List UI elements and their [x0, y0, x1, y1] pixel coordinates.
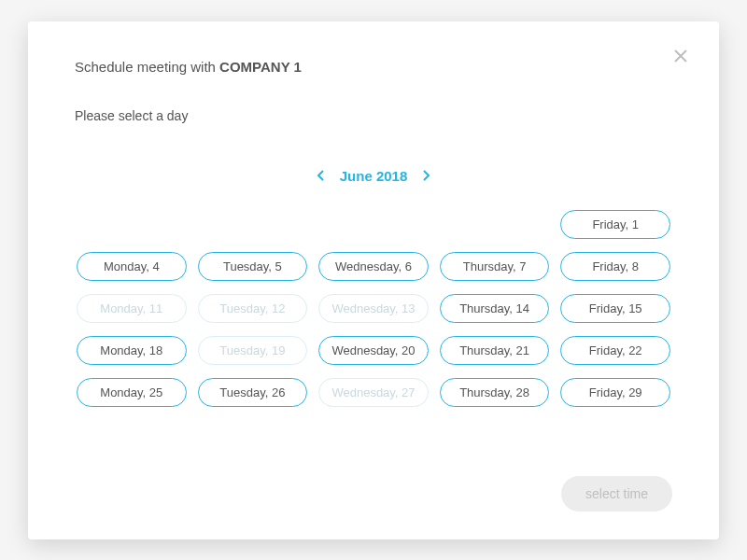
calendar-day[interactable]: Friday, 1 [560, 210, 670, 239]
calendar-day[interactable]: Wednesday, 20 [318, 336, 429, 365]
calendar-day[interactable]: Monday, 25 [77, 378, 187, 407]
close-button[interactable] [672, 48, 689, 64]
select-time-button[interactable]: select time [561, 476, 672, 511]
calendar-day-disabled: Tuesday, 19 [198, 336, 308, 365]
calendar-day-disabled: Wednesday, 13 [318, 294, 429, 323]
chevron-left-icon [317, 169, 325, 182]
current-month-label: June 2018 [340, 168, 408, 184]
title-prefix: Schedule meeting with [75, 59, 219, 75]
calendar-day[interactable]: Friday, 22 [560, 336, 670, 365]
calendar-day[interactable]: Monday, 4 [77, 252, 187, 281]
calendar-empty-cell [198, 210, 308, 239]
calendar-day[interactable]: Tuesday, 26 [198, 378, 308, 407]
calendar-day[interactable]: Tuesday, 5 [198, 252, 308, 281]
schedule-meeting-modal: Schedule meeting with COMPANY 1 Please s… [28, 21, 719, 539]
chevron-right-icon [422, 169, 430, 182]
calendar-day[interactable]: Thursday, 21 [440, 336, 550, 365]
prev-month-button[interactable] [317, 169, 325, 182]
calendar-grid: Friday, 1Monday, 4Tuesday, 5Wednesday, 6… [75, 210, 672, 407]
calendar-day[interactable]: Wednesday, 6 [318, 252, 429, 281]
modal-actions: select time [75, 448, 672, 511]
calendar-empty-cell [440, 210, 550, 239]
calendar-day[interactable]: Thursday, 7 [440, 252, 550, 281]
calendar-day[interactable]: Friday, 15 [560, 294, 670, 323]
calendar-day-disabled: Tuesday, 12 [198, 294, 308, 323]
calendar-empty-cell [318, 210, 429, 239]
subtitle: Please select a day [75, 108, 672, 123]
month-navigator: June 2018 [75, 168, 672, 184]
modal-title: Schedule meeting with COMPANY 1 [75, 59, 672, 75]
calendar-day[interactable]: Thursday, 28 [440, 378, 550, 407]
close-icon [672, 48, 689, 64]
calendar-day[interactable]: Friday, 29 [560, 378, 670, 407]
calendar-day[interactable]: Friday, 8 [560, 252, 670, 281]
calendar-day[interactable]: Monday, 18 [77, 336, 187, 365]
company-name: COMPANY 1 [219, 59, 302, 75]
calendar-day-disabled: Monday, 11 [77, 294, 187, 323]
calendar-empty-cell [77, 210, 187, 239]
calendar-day-disabled: Wednesday, 27 [318, 378, 429, 407]
calendar-day[interactable]: Thursday, 14 [440, 294, 550, 323]
next-month-button[interactable] [422, 169, 430, 182]
